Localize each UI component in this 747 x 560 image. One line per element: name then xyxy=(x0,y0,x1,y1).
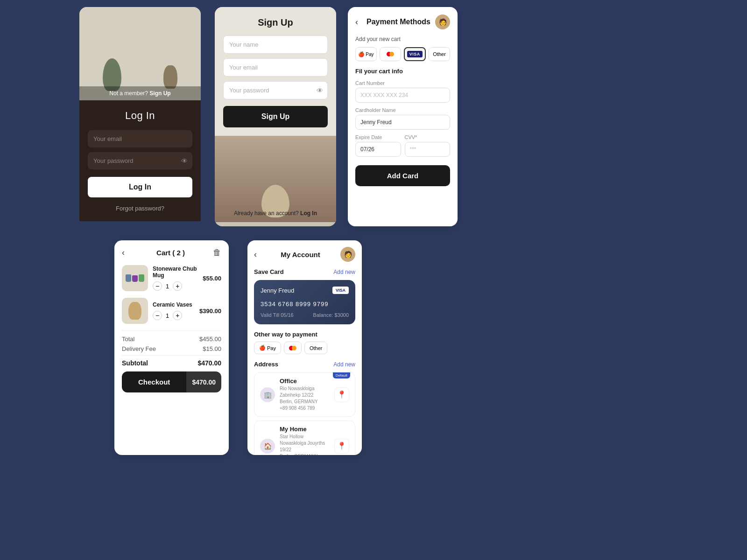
applepay-alt-label: Pay xyxy=(267,345,276,351)
signup-password-wrap: 👁 xyxy=(223,81,328,99)
toggle-signup-password-icon[interactable]: 👁 xyxy=(317,87,323,94)
home-type: My Home xyxy=(280,426,330,433)
mastercard-alt-button[interactable] xyxy=(284,342,302,354)
login-email-input[interactable] xyxy=(88,130,192,147)
delivery-row: Delivery Fee $15.00 xyxy=(122,345,221,352)
ceramic-vase-icon xyxy=(128,302,141,320)
office-address-icon: 🏢 xyxy=(260,387,275,402)
subtotal-value: $470.00 xyxy=(197,359,221,367)
qty-value-2: 1 xyxy=(166,312,169,319)
card-number-label: Cart Number xyxy=(355,80,450,86)
qty-increase-1[interactable]: + xyxy=(173,281,182,291)
login-password-input[interactable] xyxy=(88,152,192,169)
home-address-info: My Home Star Hollow Nowaskloiga Jouyrths… xyxy=(280,426,330,455)
address-label: Address xyxy=(254,361,278,368)
delivery-label: Delivery Fee xyxy=(122,345,156,352)
login-title: Log In xyxy=(88,110,192,122)
qty-control-1: − 1 + xyxy=(153,281,198,291)
expire-input[interactable] xyxy=(355,142,401,157)
signup-form: Sign Up 👁 Sign Up xyxy=(215,7,336,136)
cvv-input[interactable] xyxy=(405,142,451,157)
signup-title: Sign Up xyxy=(223,17,328,28)
other-payment-label: Other way to payment xyxy=(254,331,355,338)
qty-decrease-1[interactable]: − xyxy=(153,281,162,291)
checkout-price-button[interactable]: $470.00 xyxy=(186,371,221,392)
mastercard-button[interactable] xyxy=(380,47,401,61)
cart-title: Cart ( 2 ) xyxy=(128,249,213,257)
account-header: ‹ My Account 🧑 xyxy=(254,247,355,262)
address-card-home: 🏠 My Home Star Hollow Nowaskloiga Jouyrt… xyxy=(254,420,355,455)
total-label: Total xyxy=(122,336,134,343)
saved-card-footer: Valid Till 05/16 Balance: $3000 xyxy=(261,312,349,318)
cart-back-button[interactable]: ‹ xyxy=(122,248,125,258)
home-city: Berlin, GERMANY xyxy=(280,453,330,455)
visa-button[interactable]: VISA xyxy=(404,47,426,61)
mastercard-alt-icon xyxy=(289,346,296,350)
add-cart-label: Add your new cart xyxy=(355,36,450,42)
applepay-icon: 🍎 xyxy=(358,51,365,57)
signup-link[interactable]: Sign Up xyxy=(149,90,170,97)
payment-methods-card: ‹ Payment Methods 🧑 Add your new cart 🍎 … xyxy=(348,7,458,226)
mug-group-icon xyxy=(126,274,144,282)
signup-password-input[interactable] xyxy=(223,81,328,99)
qty-decrease-2[interactable]: − xyxy=(153,311,162,320)
checkout-area: Checkout $470.00 xyxy=(122,371,221,392)
other-alt-button[interactable]: Other xyxy=(304,342,328,354)
qty-control-2: − 1 + xyxy=(153,311,195,320)
add-new-card-link[interactable]: Add new xyxy=(333,269,355,275)
office-phone: +89 908 456 789 xyxy=(280,405,330,412)
checkout-button[interactable]: Checkout xyxy=(122,371,186,392)
account-card: ‹ My Account 🧑 Save Card Add new Jenny F… xyxy=(247,240,362,455)
office-address-info: Office Rio Nowaskloiga Zabnhekp 12/22 Be… xyxy=(280,378,330,412)
other-alt-label: Other xyxy=(310,345,323,351)
cardholder-input[interactable] xyxy=(355,115,450,130)
home-street: Star Hollow Nowaskloiga Jouyrths 19/22 xyxy=(280,434,330,453)
cart-item-1-image xyxy=(122,265,148,291)
total-row: Total $455.00 xyxy=(122,336,221,343)
signup-email-input[interactable] xyxy=(223,58,328,77)
signup-name-input[interactable] xyxy=(223,35,328,54)
visa-icon: VISA xyxy=(407,51,423,57)
login-link[interactable]: Log In xyxy=(300,210,317,217)
valid-till-info: Valid Till 05/16 xyxy=(261,312,294,318)
fill-cart-label: Fil your cart info xyxy=(355,68,450,75)
expire-field: Expire Date xyxy=(355,134,401,161)
save-card-header: Save Card Add new xyxy=(254,268,355,275)
add-card-button[interactable]: Add Card xyxy=(355,165,450,186)
cart-item-2-image xyxy=(122,298,148,324)
address-section: Address Add new Default 🏢 Office Rio Now… xyxy=(254,361,355,455)
save-card-label: Save Card xyxy=(254,268,284,275)
cart-header: ‹ Cart ( 2 ) 🗑 xyxy=(122,248,221,258)
address-card-office: Default 🏢 Office Rio Nowaskloiga Zabnhek… xyxy=(254,372,355,417)
payment-back-button[interactable]: ‹ xyxy=(355,17,358,27)
password-field-wrap: 👁 xyxy=(88,152,192,169)
toggle-password-icon[interactable]: 👁 xyxy=(181,157,188,165)
mastercard-icon xyxy=(387,52,394,56)
payment-header: ‹ Payment Methods 🧑 xyxy=(355,14,450,29)
signup-button[interactable]: Sign Up xyxy=(223,106,328,127)
delivery-value: $15.00 xyxy=(203,345,221,352)
other-payment-button[interactable]: Other xyxy=(429,47,450,61)
account-back-button[interactable]: ‹ xyxy=(254,250,257,259)
not-member-text: Not a member? xyxy=(109,90,148,97)
qty-increase-2[interactable]: + xyxy=(173,311,182,320)
applepay-label: Pay xyxy=(366,52,374,57)
saved-card-header: Jenny Freud VISA xyxy=(261,287,349,294)
already-account-bar: Already have an account? Log In xyxy=(215,210,336,217)
other-label: Other xyxy=(433,51,446,57)
expiry-cvv-row: Expire Date CVV* xyxy=(355,134,450,161)
home-map-button[interactable]: 📍 xyxy=(334,439,349,454)
applepay-button[interactable]: 🍎 Pay xyxy=(355,47,377,61)
card-number-input[interactable] xyxy=(355,88,450,103)
cart-trash-icon[interactable]: 🗑 xyxy=(213,248,221,258)
vase-decoration-2 xyxy=(163,65,177,89)
expire-label: Expire Date xyxy=(355,134,401,140)
signup-background-image: Already have an account? Log In xyxy=(215,136,336,222)
saved-card-holder: Jenny Freud xyxy=(261,287,294,294)
login-button[interactable]: Log In xyxy=(88,177,192,197)
payment-methods-selector: 🍎 Pay VISA Other xyxy=(355,47,450,61)
applepay-alt-button[interactable]: 🍎 Pay xyxy=(254,342,281,354)
office-map-button[interactable]: 📍 xyxy=(334,387,349,402)
add-new-address-link[interactable]: Add new xyxy=(333,361,355,368)
forgot-password-link[interactable]: Forgot password? xyxy=(88,205,192,212)
